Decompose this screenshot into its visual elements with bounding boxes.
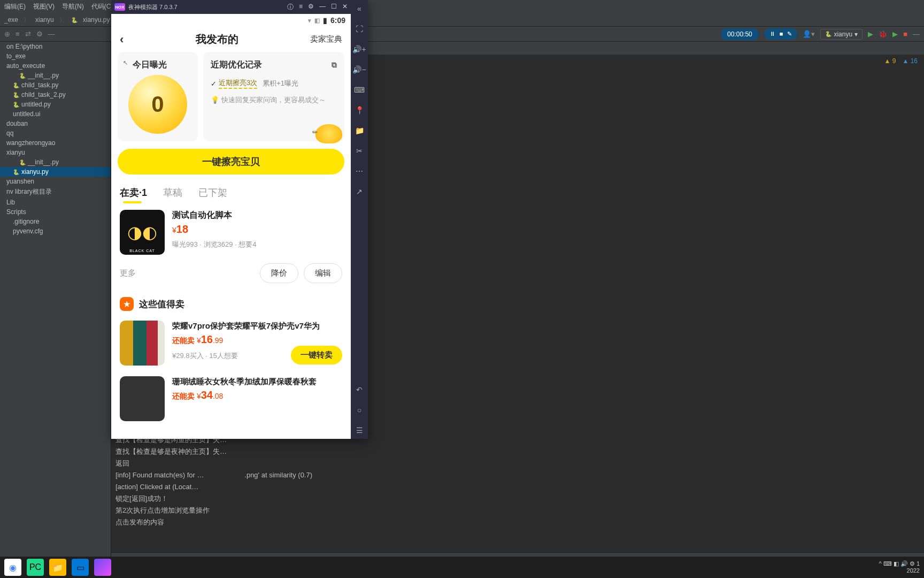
warning-badge[interactable]: ▲ 9 bbox=[884, 57, 896, 65]
nox-taskbar-icon[interactable] bbox=[94, 559, 111, 576]
stop-icon[interactable]: ■ bbox=[780, 31, 783, 37]
emulator-titlebar[interactable]: NOX 夜神模拟器 7.0.3.7 ⓘ ≡ ⚙ — ☐ ✕ bbox=[111, 0, 351, 14]
crumb[interactable]: _exe bbox=[4, 16, 18, 24]
resell-button[interactable]: 一键转卖 bbox=[291, 346, 342, 364]
polish-button[interactable]: 一键擦亮宝贝 bbox=[118, 149, 344, 174]
tree-row[interactable]: 🐍child_task_2.py bbox=[0, 90, 111, 100]
tree-row[interactable]: 🐍untitled.py bbox=[0, 100, 111, 109]
clock: 6:09 bbox=[330, 16, 345, 25]
minimize-icon[interactable]: — bbox=[319, 3, 326, 12]
run-icon[interactable]: ▶ bbox=[868, 30, 873, 38]
run-config-select[interactable]: 🐍xianyu▾ bbox=[820, 29, 863, 40]
menu-nav[interactable]: 导航(N) bbox=[62, 2, 84, 11]
fullscreen-icon[interactable]: ⛶ bbox=[356, 25, 363, 33]
camera-icon[interactable]: ⧉ bbox=[332, 60, 337, 70]
tool-icon[interactable]: ⊕ bbox=[4, 30, 10, 38]
gear-icon[interactable]: ⚙ bbox=[308, 3, 314, 12]
tree-row[interactable]: untitled.ui bbox=[0, 109, 111, 119]
gear-icon[interactable]: ⚙ bbox=[36, 30, 43, 38]
more-icon[interactable]: ⋯ bbox=[356, 167, 363, 176]
tray-icons[interactable]: ^ ⌨ ◧ 🔊 ⚙ bbox=[879, 560, 916, 567]
edit-button[interactable]: 编辑 bbox=[304, 263, 342, 283]
tree-row[interactable]: wangzherongyao bbox=[0, 138, 111, 148]
volume-up-icon[interactable]: 🔊+ bbox=[352, 45, 366, 54]
phone-screen[interactable]: ▾ ◧ ▮ 6:09 ‹ 我发布的 卖家宝典 ↖ 今日曝光 0 近期优化记录 ⧉… bbox=[111, 14, 351, 439]
android-status-bar: ▾ ◧ ▮ 6:09 bbox=[111, 14, 351, 27]
volume-down-icon[interactable]: 🔊− bbox=[352, 65, 366, 74]
close-icon[interactable]: ✕ bbox=[342, 3, 348, 12]
crumb[interactable]: xianyu bbox=[35, 16, 54, 24]
tab-onsale[interactable]: 在卖·1 bbox=[120, 186, 147, 199]
tool-icon[interactable]: ⇄ bbox=[25, 30, 31, 38]
tool-icon[interactable]: ≡ bbox=[16, 30, 20, 38]
tree-row[interactable]: qq bbox=[0, 128, 111, 138]
edit-icon[interactable]: ✎ bbox=[787, 31, 792, 37]
menu-icon[interactable]: ≡ bbox=[299, 3, 303, 12]
emulator-window[interactable]: NOX 夜神模拟器 7.0.3.7 ⓘ ≡ ⚙ — ☐ ✕ « ⛶ 🔊+ 🔊− … bbox=[111, 0, 368, 439]
tree-row[interactable]: nv library根目录 bbox=[0, 186, 111, 197]
back-icon[interactable]: ‹ bbox=[120, 33, 124, 47]
chrome-icon[interactable]: ◉ bbox=[4, 559, 21, 576]
maximize-icon[interactable]: ☐ bbox=[331, 3, 337, 12]
user-icon[interactable]: 👤▾ bbox=[803, 30, 815, 38]
share-icon[interactable]: ↗ bbox=[356, 187, 363, 196]
exposure-card[interactable]: ↖ 今日曝光 0 bbox=[118, 52, 198, 141]
tree-row[interactable]: to_exe bbox=[0, 51, 111, 61]
exposure-value: 0 bbox=[128, 75, 187, 134]
tree-row[interactable]: Lib bbox=[0, 197, 111, 207]
crumb[interactable]: xianyu.py bbox=[83, 16, 110, 24]
tree-row[interactable]: 🐍child_task.py bbox=[0, 80, 111, 90]
project-tree[interactable]: on E:\pythonto_exeauto_execute🐍__init__.… bbox=[0, 42, 111, 578]
optimize-card[interactable]: 近期优化记录 ⧉ ✓近期擦亮3次累积+1曝光 💡 快速回复买家问询，更容易成交～ bbox=[203, 52, 344, 141]
location-icon[interactable]: 📍 bbox=[355, 106, 364, 115]
back-nav-icon[interactable]: ↶ bbox=[356, 385, 363, 394]
menu-view[interactable]: 视图(V) bbox=[33, 2, 55, 11]
more-button[interactable]: 更多 bbox=[120, 268, 136, 278]
listing-item[interactable]: ◑◐ 测试自动化脚本 ¥18 曝光993 · 浏览3629 · 想要4 bbox=[111, 203, 351, 261]
run-controls[interactable]: ⏸■✎ bbox=[764, 28, 798, 40]
tree-row[interactable]: auto_execute bbox=[0, 61, 111, 71]
minimize-window-icon[interactable]: — bbox=[913, 30, 920, 38]
tree-row[interactable]: on E:\python bbox=[0, 42, 111, 51]
folder-icon[interactable]: 📁 bbox=[355, 126, 364, 135]
tree-row[interactable]: 🐍__init__.py bbox=[0, 157, 111, 167]
coverage-icon[interactable]: ▶ bbox=[892, 30, 898, 38]
console-line: [info] Found match(es) for … .png' at si… bbox=[116, 469, 920, 481]
terminal-icon[interactable]: ▭ bbox=[72, 559, 89, 576]
item-stats: 曝光993 · 浏览3629 · 想要4 bbox=[172, 240, 342, 249]
menu-code[interactable]: 代码(C) bbox=[91, 2, 113, 11]
weak-warning-badge[interactable]: ▲ 16 bbox=[902, 57, 918, 65]
system-tray[interactable]: ^ ⌨ ◧ 🔊 ⚙ 1 2022 bbox=[879, 560, 920, 574]
tree-row[interactable]: yuanshen bbox=[0, 177, 111, 186]
optimize-extra: 累积+1曝光 bbox=[263, 79, 298, 88]
seller-guide-link[interactable]: 卖家宝典 bbox=[310, 34, 342, 44]
collapse-icon[interactable]: « bbox=[357, 4, 361, 13]
tree-row[interactable]: xianyu bbox=[0, 148, 111, 157]
console-line: 点击发布的内容 bbox=[116, 516, 920, 528]
keyboard-icon[interactable]: ⌨ bbox=[354, 86, 365, 94]
recommend-item[interactable]: 珊瑚绒睡衣女秋冬季加绒加厚保暖春秋套 还能卖 ¥34.08 bbox=[111, 371, 351, 427]
tree-row[interactable]: Scripts bbox=[0, 207, 111, 217]
scissors-icon[interactable]: ✂ bbox=[356, 147, 363, 155]
home-nav-icon[interactable]: ○ bbox=[357, 406, 361, 414]
tab-offshelf[interactable]: 已下架 bbox=[198, 186, 227, 199]
minimize-icon[interactable]: — bbox=[48, 30, 55, 38]
tree-row[interactable]: 🐍__init__.py bbox=[0, 71, 111, 80]
recommend-item[interactable]: 荣耀v7pro保护套荣耀平板7保护壳v7华为 还能卖 ¥16.99 ¥29.8买… bbox=[111, 315, 351, 371]
pause-icon[interactable]: ⏸ bbox=[769, 31, 775, 37]
explorer-icon[interactable]: 📁 bbox=[49, 559, 66, 576]
menu-edit[interactable]: 编辑(E) bbox=[4, 2, 26, 11]
tree-row[interactable]: .gitignore bbox=[0, 217, 111, 226]
tree-row[interactable]: pyvenv.cfg bbox=[0, 226, 111, 236]
pycharm-icon[interactable]: PC bbox=[27, 559, 44, 576]
tab-draft[interactable]: 草稿 bbox=[163, 186, 182, 199]
recent-nav-icon[interactable]: ☰ bbox=[356, 426, 363, 435]
tree-row[interactable]: douban bbox=[0, 119, 111, 128]
reduce-price-button[interactable]: 降价 bbox=[260, 263, 298, 283]
debug-icon[interactable]: 🐞 bbox=[879, 30, 887, 38]
help-icon[interactable]: ⓘ bbox=[287, 3, 294, 12]
tree-row[interactable]: 🐍xianyu.py bbox=[0, 167, 111, 177]
cursor-icon: ↖ bbox=[123, 59, 128, 66]
stop-run-icon[interactable]: ■ bbox=[903, 30, 907, 38]
windows-taskbar[interactable]: ◉ PC 📁 ▭ ^ ⌨ ◧ 🔊 ⚙ 1 2022 bbox=[0, 557, 924, 578]
